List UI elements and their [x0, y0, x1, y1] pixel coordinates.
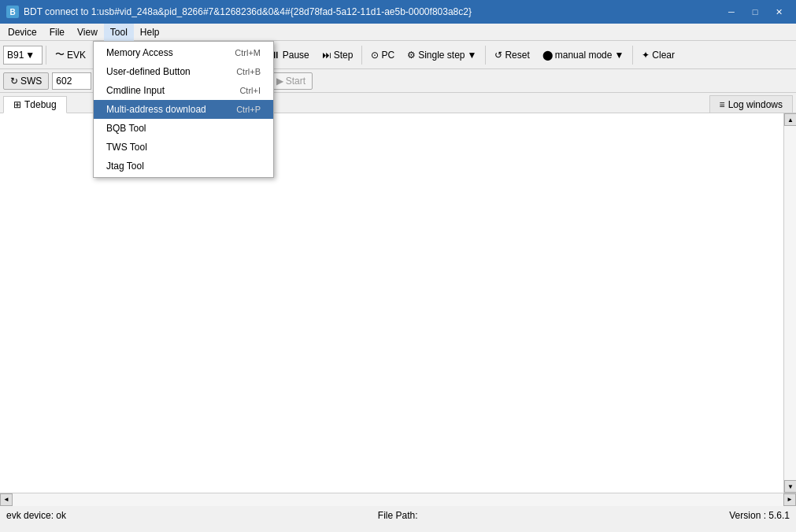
memory-access-label: Memory Access: [106, 47, 173, 58]
manual-icon: ⬤: [542, 50, 553, 61]
sws-label: SWS: [20, 76, 42, 87]
sws-button[interactable]: ↻ SWS: [3, 72, 49, 90]
log-label: Log windows: [728, 99, 783, 110]
status-middle: File Path:: [378, 510, 418, 521]
user-defined-label: User-defined Button: [106, 66, 191, 77]
title-bar-controls: ─ □ ✕: [720, 4, 790, 20]
reset-button[interactable]: ↺ Reset: [489, 44, 535, 66]
manual-mode-label: manual mode: [555, 50, 613, 61]
window-title: BDT connect to 1:usb#vid_248a&pid_8266#7…: [24, 6, 472, 17]
tab-log-windows[interactable]: ≡ Log windows: [709, 95, 793, 113]
separator-1: [46, 46, 46, 65]
step-icon: ⏭: [322, 50, 331, 61]
menu-item-cmdline-input[interactable]: Cmdline Input Ctrl+I: [94, 81, 273, 100]
single-step-label: Single step: [418, 50, 465, 61]
scroll-right-button[interactable]: ►: [783, 493, 796, 506]
scrollbar-right: ▲ ▼: [783, 113, 796, 493]
bqb-tool-label: BQB Tool: [106, 123, 146, 134]
tdebug-icon: ⊞: [13, 99, 21, 110]
title-bar-left: B BDT connect to 1:usb#vid_248a&pid_8266…: [6, 6, 472, 18]
multi-address-label: Multi-address download: [106, 104, 206, 115]
separator-4: [361, 46, 362, 65]
horizontal-scrollbar: ◄ ►: [0, 493, 796, 505]
separator-5: [485, 46, 486, 65]
menu-item-jtag-tool[interactable]: Jtag Tool: [94, 157, 273, 175]
tab-tdebug[interactable]: ⊞ Tdebug: [3, 96, 67, 113]
single-step-icon: ⚙: [407, 50, 416, 61]
close-button[interactable]: ✕: [768, 4, 790, 20]
clear-label: Clear: [652, 50, 675, 61]
refresh-icon: ↻: [10, 76, 18, 87]
chevron-down-icon: ▼: [25, 50, 35, 61]
scroll-track-horizontal: [13, 493, 783, 506]
status-bar: evk device: ok File Path: Version : 5.6.…: [0, 505, 796, 524]
manual-chevron: ▼: [614, 50, 624, 61]
scroll-left-button[interactable]: ◄: [0, 493, 13, 506]
tws-tool-label: TWS Tool: [106, 142, 147, 153]
scroll-up-button[interactable]: ▲: [784, 113, 796, 126]
status-left: evk device: ok: [6, 510, 66, 521]
step-label: Step: [334, 50, 354, 61]
menu-view[interactable]: View: [71, 24, 104, 41]
sws-input-a[interactable]: [52, 72, 91, 90]
wave-icon: 〜: [55, 48, 65, 61]
evk-button[interactable]: 〜 EVK: [50, 44, 91, 66]
device-dropdown[interactable]: B91 ▼: [3, 46, 43, 65]
pc-button[interactable]: ⊙ PC: [365, 44, 400, 66]
scroll-track: [784, 126, 796, 480]
start-icon: ▶: [276, 76, 283, 87]
clear-icon: ✦: [642, 50, 650, 61]
menu-item-tws-tool[interactable]: TWS Tool: [94, 138, 273, 157]
separator-6: [632, 46, 633, 65]
scroll-down-button[interactable]: ▼: [784, 480, 796, 493]
menu-file[interactable]: File: [43, 24, 71, 41]
start-button[interactable]: ▶ Start: [269, 72, 313, 90]
reset-icon: ↺: [494, 50, 502, 61]
tdebug-label: Tdebug: [24, 99, 57, 110]
clear-button[interactable]: ✦ Clear: [636, 44, 680, 66]
pc-label: PC: [381, 50, 394, 61]
menu-device[interactable]: Device: [2, 24, 43, 41]
reset-label: Reset: [505, 50, 529, 61]
pc-icon: ⊙: [371, 50, 379, 61]
menu-help[interactable]: Help: [134, 24, 166, 41]
menu-bar: Device File View Tool Help: [0, 24, 796, 41]
menu-item-memory-access[interactable]: Memory Access Ctrl+M: [94, 43, 273, 62]
cmdline-shortcut: Ctrl+I: [239, 86, 261, 95]
app-icon: B: [6, 6, 19, 18]
maximize-button[interactable]: □: [744, 4, 766, 20]
multi-address-shortcut: Ctrl+P: [236, 105, 261, 114]
device-dropdown-value: B91: [7, 50, 24, 61]
status-right: Version : 5.6.1: [729, 510, 790, 521]
jtag-tool-label: Jtag Tool: [106, 161, 144, 172]
single-step-button[interactable]: ⚙ Single step ▼: [402, 44, 482, 66]
pause-label: Pause: [283, 50, 309, 61]
menu-item-bqb-tool[interactable]: BQB Tool: [94, 119, 273, 138]
user-defined-shortcut: Ctrl+B: [236, 67, 261, 76]
title-bar: B BDT connect to 1:usb#vid_248a&pid_8266…: [0, 0, 796, 24]
minimize-button[interactable]: ─: [720, 4, 742, 20]
step-button[interactable]: ⏭ Step: [317, 44, 359, 66]
evk-label: EVK: [67, 50, 86, 61]
menu-item-user-defined-button[interactable]: User-defined Button Ctrl+B: [94, 62, 273, 81]
menu-item-multi-address-download[interactable]: Multi-address download Ctrl+P: [94, 100, 273, 119]
memory-access-shortcut: Ctrl+M: [235, 48, 261, 57]
tool-dropdown-menu: Memory Access Ctrl+M User-defined Button…: [93, 41, 274, 178]
log-icon: ≡: [720, 99, 725, 110]
cmdline-label: Cmdline Input: [106, 85, 165, 96]
menu-tool[interactable]: Tool: [104, 24, 134, 41]
single-step-chevron: ▼: [468, 50, 477, 61]
start-label: Start: [286, 76, 305, 87]
manual-mode-button[interactable]: ⬤ manual mode ▼: [537, 44, 630, 66]
